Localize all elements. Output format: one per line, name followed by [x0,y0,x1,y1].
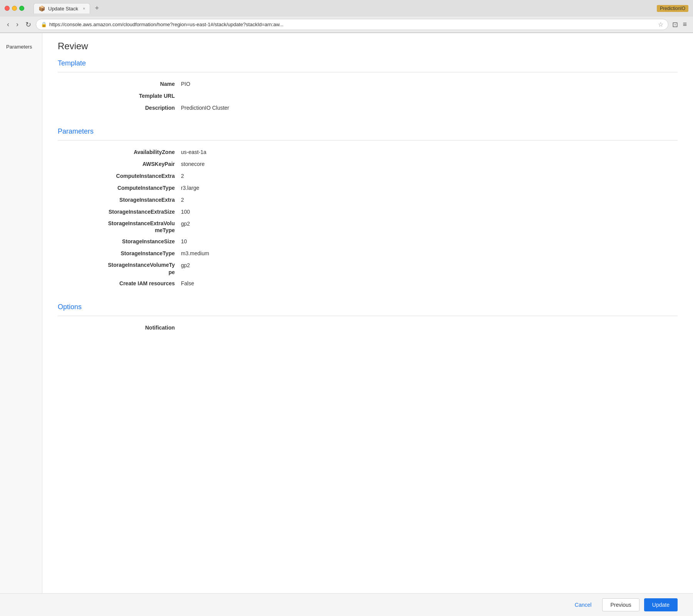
field-label-keypair: AWSKeyPair [58,160,181,168]
options-section-heading: Options [58,303,678,311]
field-label-storage-type: StorageInstanceType [58,249,181,258]
back-button[interactable]: ‹ [5,20,12,29]
footer-bar: Cancel Previous Update [0,593,693,616]
field-label-compute-type: ComputeInstanceType [58,184,181,192]
field-label-name: Name [58,80,181,88]
field-value-notification [181,324,678,332]
minimize-window-button[interactable] [12,6,17,11]
field-row-description: Description PredictionIO Cluster [58,104,678,112]
field-label-storage-size: StorageInstanceSize [58,238,181,246]
field-value-storage-type: m3.medium [181,249,678,258]
parameters-section-heading: Parameters [58,127,678,136]
main-content: Review Template Name PIO Template URL De… [42,33,693,616]
template-divider [58,72,678,72]
reader-view-icon[interactable]: ⊡ [671,20,680,30]
template-section: Template Name PIO Template URL Descripti… [58,59,678,112]
field-label-storage-extra-size: StorageInstanceExtraSize [58,208,181,216]
browser-chrome: 📦 Update Stack × + PredictionIO ‹ › ↻ 🔒 … [0,0,693,33]
field-row-notification: Notification [58,324,678,332]
bookmark-icon[interactable]: ☆ [658,21,663,28]
field-value-storage-size: 10 [181,238,678,246]
parameters-fields: AvailabilityZone us-east-1a AWSKeyPair s… [58,148,678,288]
cancel-button[interactable]: Cancel [569,599,598,611]
options-fields: Notification [58,324,678,332]
page-container: Parameters Review Template Name PIO Temp… [0,33,693,616]
field-value-storage-extra-size: 100 [181,208,678,216]
field-label-iam: Create IAM resources [58,280,181,288]
field-row-storage-vol-type: StorageInstanceVolumeType gp2 [58,261,678,275]
address-bar[interactable]: 🔒 https://console.aws.amazon.com/cloudfo… [36,19,668,30]
refresh-button[interactable]: ↻ [23,20,33,30]
maximize-window-button[interactable] [19,6,24,11]
browser-menu-icon[interactable]: ≡ [681,20,688,29]
field-row-storage-type: StorageInstanceType m3.medium [58,249,678,258]
tab-title: Update Stack [48,6,78,12]
field-value-az: us-east-1a [181,148,678,156]
parameters-divider [58,140,678,141]
field-row-storage-size: StorageInstanceSize 10 [58,238,678,246]
field-value-description: PredictionIO Cluster [181,104,678,112]
field-row-iam: Create IAM resources False [58,280,678,288]
field-row-template-url: Template URL [58,92,678,100]
traffic-lights [5,6,24,11]
field-label-template-url: Template URL [58,92,181,100]
lock-icon: 🔒 [41,22,47,27]
new-tab-button[interactable]: + [92,3,101,13]
field-value-keypair: stonecore [181,160,678,168]
template-section-heading: Template [58,59,678,67]
field-label-storage-extra: StorageInstanceExtra [58,196,181,204]
field-value-compute-type: r3.large [181,184,678,192]
field-value-storage-extra: 2 [181,196,678,204]
forward-button[interactable]: › [14,20,21,29]
field-label-storage-extra-vol-type: StorageInstanceExtraVolumeType [58,220,181,234]
field-value-storage-vol-type: gp2 [181,261,678,275]
field-value-name: PIO [181,80,678,88]
title-bar: 📦 Update Stack × + PredictionIO [0,0,693,17]
field-value-template-url [181,92,678,100]
options-section: Options Notification [58,303,678,332]
field-row-keypair: AWSKeyPair stonecore [58,160,678,168]
previous-button[interactable]: Previous [602,598,639,611]
field-row-storage-extra-size: StorageInstanceExtraSize 100 [58,208,678,216]
field-label-compute-extra: ComputeInstanceExtra [58,172,181,180]
template-fields: Name PIO Template URL Description Predic… [58,80,678,112]
parameters-section: Parameters AvailabilityZone us-east-1a A… [58,127,678,288]
options-divider [58,316,678,316]
field-value-compute-extra: 2 [181,172,678,180]
field-label-notification: Notification [58,324,181,332]
tab-icon: 📦 [38,5,45,12]
field-value-iam: False [181,280,678,288]
browser-controls: ‹ › ↻ 🔒 https://console.aws.amazon.com/c… [0,17,693,33]
browser-profile-label: PredictionIO [657,5,688,12]
sidebar: Parameters [0,33,42,616]
field-label-description: Description [58,104,181,112]
page-title: Review [58,41,678,52]
url-text: https://console.aws.amazon.com/cloudform… [49,22,656,27]
update-button[interactable]: Update [644,598,678,611]
tab-bar: 📦 Update Stack × + [33,3,651,13]
field-row-compute-type: ComputeInstanceType r3.large [58,184,678,192]
field-label-storage-vol-type: StorageInstanceVolumeType [58,261,181,275]
close-window-button[interactable] [5,6,10,11]
field-row-az: AvailabilityZone us-east-1a [58,148,678,156]
field-value-storage-extra-vol-type: gp2 [181,220,678,234]
sidebar-item-parameters[interactable]: Parameters [0,41,42,53]
field-row-storage-extra-vol-type: StorageInstanceExtraVolumeType gp2 [58,220,678,234]
field-row-storage-extra: StorageInstanceExtra 2 [58,196,678,204]
field-row-compute-extra: ComputeInstanceExtra 2 [58,172,678,180]
field-label-az: AvailabilityZone [58,148,181,156]
active-tab[interactable]: 📦 Update Stack × [33,3,90,13]
field-row-name: Name PIO [58,80,678,88]
tab-close-button[interactable]: × [83,6,85,11]
browser-menu-icons: ⊡ ≡ [671,20,688,30]
